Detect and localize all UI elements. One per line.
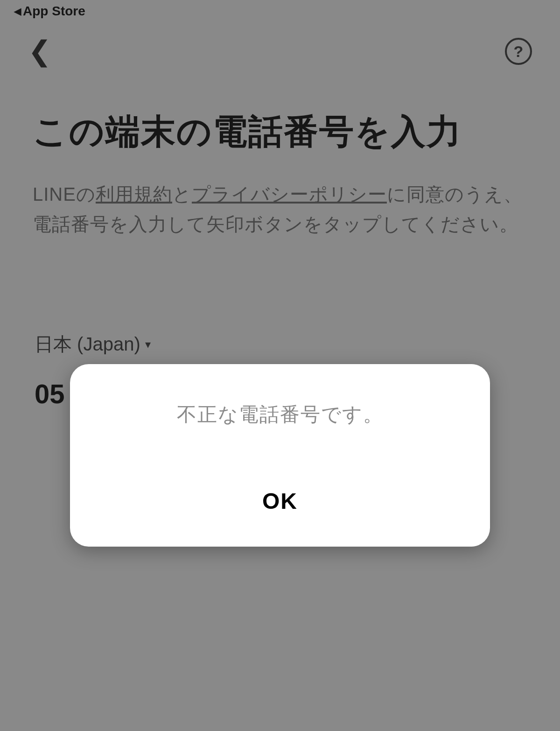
dialog-message: 不正な電話番号です。 <box>89 401 471 428</box>
error-dialog: 不正な電話番号です。 OK <box>70 364 490 547</box>
modal-overlay: 不正な電話番号です。 OK <box>0 0 560 731</box>
phone-entry-screen: ◀ App Store ❮ ? この端末の電話番号を入力 LINEの利用規約とプ… <box>0 0 560 731</box>
ok-button[interactable]: OK <box>244 479 316 523</box>
